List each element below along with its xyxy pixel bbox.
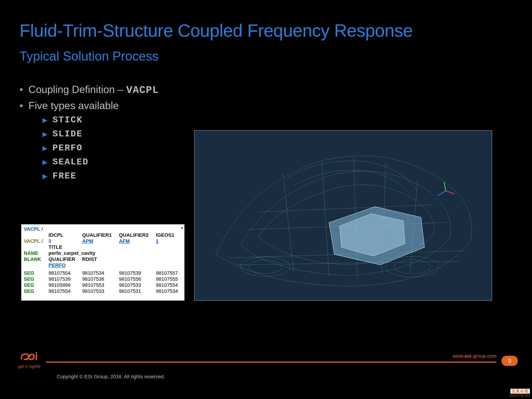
footer-url-bold: esi [464,353,471,359]
row-label: BLANK [23,256,48,262]
row-label: NAME [23,250,48,256]
watermark-url: www.1CAE.com [509,394,530,397]
svg-line-16 [446,191,455,194]
bullet-l2: ▶SLIDE [43,129,197,139]
footer-url-prefix: www. [453,353,465,359]
svg-point-4 [394,260,430,274]
arrow-icon: ▶ [43,116,47,124]
cell-link[interactable]: 1 [155,238,183,244]
row-label: SEG [23,288,48,294]
svg-line-8 [258,205,432,212]
bullet-dot-icon: • [19,100,23,111]
arrow-icon: ▶ [43,172,47,180]
svg-line-18 [438,191,446,196]
bullet-l2-text: SEALED [52,157,89,167]
copyright-text: Copyright © ESI Group, 2016. All rights … [57,374,165,380]
cell: 98107554 [155,282,183,288]
footer-url: www.esi-group.com [453,353,497,359]
bullet-l2: ▶SEALED [43,157,197,167]
table-row: SEG 98107539 98107536 98107556 98107555 [23,276,183,282]
arrow-icon: ▶ [43,145,47,152]
brand-tagline: get it right® [14,364,44,369]
cell: 98107533 [118,282,155,288]
table-row: VACPL / 3 APM AFM 1 [23,238,183,244]
cell: 98107554 [48,288,81,294]
svg-point-20 [36,352,37,353]
bullet-l2-text: FREE [52,171,77,181]
footer-divider [46,361,497,363]
bullet-l2: ▶PERFO [43,143,197,153]
table-row [23,268,183,270]
bullet-l2: ▶STICK [43,115,197,125]
cell-link[interactable]: APM [81,238,118,244]
bullet-l2-text: PERFO [52,143,83,153]
bullet-dot-icon: • [19,84,23,95]
bullet-l2-text: STICK [52,115,83,125]
row-label: VACPL / [23,238,48,244]
page-number-badge: 9 [501,356,518,366]
viewport-3d[interactable] [194,130,492,301]
col-header: IGEOS1 [155,232,183,238]
cell: 98107534 [155,288,183,294]
table-row: SEG 98107554 98107534 98107539 98107557 [23,270,183,276]
table-row: VACPL / [23,226,183,232]
cell: 98107534 [81,270,118,276]
table-row: NAME perfo_carpet_cavity [23,250,183,256]
slide-subtitle: Typical Solution Process [19,49,158,63]
col-header: QUALIFIER1 [81,232,118,238]
svg-line-6 [237,261,460,265]
table-row: SEG 98107554 98107533 98107531 98107534 [23,288,183,294]
cell: 98105899 [48,282,81,288]
bullet-text: Five types available [28,100,119,111]
row-label: SEG [23,270,48,276]
svg-line-13 [283,173,294,272]
bullet-l1: • Coupling Definition – VACPL [19,83,197,96]
bullet-l2-text: SLIDE [52,129,83,139]
col-header: IDCPL [48,232,81,238]
brand-logo: get it right® [14,351,44,369]
cell: 3 [48,238,81,244]
data-card: VACPL / IDCPL QUALIFIER1 QUALIFIER2 IGEO… [21,224,184,301]
cell: 98107556 [118,276,155,282]
col-header: TITLE [48,244,81,250]
footer-url-suffix: -group.com [471,353,497,359]
watermark-label: 仿真在线 [510,389,530,394]
table-row: PERFO [23,262,183,268]
col-header: RDIST [81,256,118,262]
arrow-icon: ▶ [43,131,47,138]
esi-logo-icon [19,351,40,363]
bullet-text: Coupling Definition – [28,83,126,95]
scroll-up-icon[interactable] [181,225,183,228]
cell: 98107539 [48,276,81,282]
svg-line-9 [322,161,329,275]
bullet-l2-list: ▶STICK ▶SLIDE ▶PERFO ▶SEALED ▶FREE [43,115,197,181]
cell: perfo_carpet_cavity [48,250,183,256]
table-row: BLANK QUALIFIER RDIST [23,256,183,262]
row-label: SEG [23,276,48,282]
row-label: VACPL / [23,226,48,232]
col-header: QUALIFIER2 [118,232,155,238]
col-header: QUALIFIER [48,256,81,262]
bullet-l2: ▶FREE [43,171,197,181]
row-label: SEG [23,282,48,288]
bullet-mono: VACPL [126,84,159,96]
table-row: IDCPL QUALIFIER1 QUALIFIER2 IGEOS1 [23,232,183,238]
svg-line-17 [444,182,446,191]
bullet-l1: • Five types available [19,100,197,111]
svg-marker-0 [181,227,183,228]
cell-link[interactable]: PERFO [48,262,81,268]
watermark: 仿真在线 www.1CAE.com [509,389,530,397]
svg-point-2 [248,260,282,273]
table-row: TITLE [23,244,183,250]
cell: 98107539 [118,270,155,276]
data-table: VACPL / IDCPL QUALIFIER1 QUALIFIER2 IGEO… [23,226,183,294]
cell: 98107555 [155,276,183,282]
arrow-icon: ▶ [43,158,47,166]
cell: 98107557 [155,270,183,276]
cell: 98107533 [81,288,118,294]
cell: 98107554 [48,270,81,276]
cell: 98107536 [81,276,118,282]
cell: 98107531 [118,288,155,294]
table-row: SEG 98105899 98107553 98107533 98107554 [23,282,183,288]
cell-link[interactable]: AFM [118,238,155,244]
